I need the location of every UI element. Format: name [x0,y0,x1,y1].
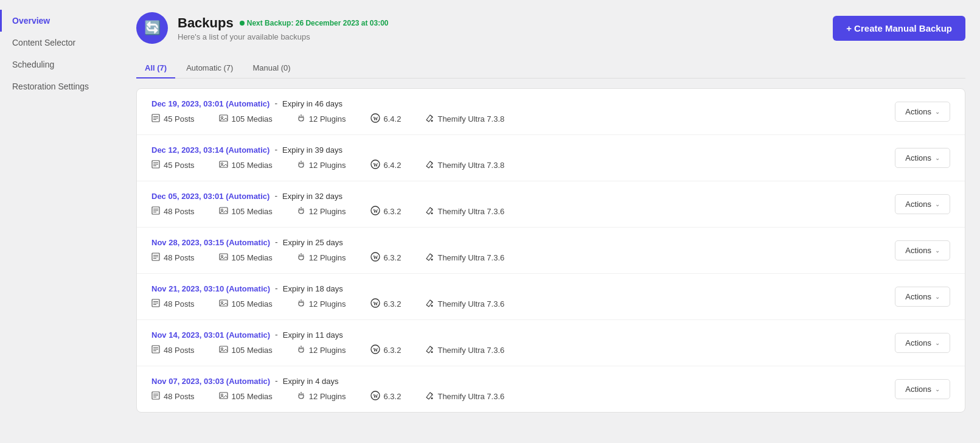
stat-wp-2: W 6.3.2 [370,206,401,217]
post-icon-6 [151,391,160,402]
backup-row: Nov 21, 2023, 03:10 (Automatic) - Expiry… [137,274,965,320]
svg-point-69 [431,397,433,399]
green-dot-icon [240,21,245,26]
backup-separator-3: - [275,237,278,247]
backup-date-5: Nov 14, 2023, 03:01 (Automatic) [151,330,270,340]
plugins-count-2: 12 Plugins [309,207,346,216]
theme-icon-2 [425,206,434,217]
page-title: Backups [178,15,234,31]
svg-point-55 [221,348,223,350]
tab-manual[interactable]: Manual (0) [244,58,299,78]
chevron-down-icon-3: ⌄ [935,247,940,254]
plugin-icon-0 [297,114,305,124]
backup-row: Nov 14, 2023, 03:01 (Automatic) - Expiry… [137,320,965,366]
actions-button-4[interactable]: Actions ⌄ [895,287,950,307]
theme-icon-3 [425,253,434,263]
backup-icon: 🔄 [144,20,161,36]
svg-text:W: W [373,162,378,168]
backup-row-content-1: Dec 12, 2023, 03:14 (Automatic) - Expiry… [151,145,880,171]
backup-stats-2: 48 Posts 105 Medias [151,206,880,217]
header-left: 🔄 Backups Next Backup: 26 December 2023 … [136,12,389,44]
wp-version-5: 6.3.2 [384,346,401,355]
backup-expiry-6: Expiry in 4 days [283,377,339,386]
backup-row: Nov 07, 2023, 03:03 (Automatic) - Expiry… [137,366,965,412]
backup-date-3: Nov 28, 2023, 03:15 (Automatic) [151,238,270,247]
wordpress-icon-2: W [370,206,380,217]
stat-theme-5: Themify Ultra 7.3.6 [425,345,504,355]
backup-date-2: Dec 05, 2023, 03:01 (Automatic) [151,192,269,201]
posts-count-1: 45 Posts [164,161,195,170]
stat-medias-2: 105 Medias [219,206,273,217]
actions-label-0: Actions [905,107,931,116]
wp-version-1: 6.4.2 [384,161,401,170]
chevron-down-icon-6: ⌄ [935,386,940,392]
backup-stats-4: 48 Posts 105 Medias [151,298,880,310]
header-title-container: Backups Next Backup: 26 December 2023 at… [178,15,389,31]
backup-stats-5: 48 Posts 105 Medias [151,344,880,356]
stat-plugins-1: 12 Plugins [297,160,346,170]
plugins-count-3: 12 Plugins [309,253,346,262]
header-info: Backups Next Backup: 26 December 2023 at… [178,15,389,41]
wp-version-2: 6.3.2 [384,207,401,216]
actions-button-0[interactable]: Actions ⌄ [895,102,950,122]
medias-count-0: 105 Medias [232,114,273,124]
tab-all[interactable]: All (7) [136,58,175,78]
actions-button-6[interactable]: Actions ⌄ [895,379,950,399]
wp-version-6: 6.3.2 [384,392,401,401]
wordpress-icon-4: W [370,298,380,310]
create-manual-backup-button[interactable]: + Create Manual Backup [833,16,965,41]
backup-expiry-0: Expiry in 46 days [282,99,342,108]
post-icon-0 [151,114,160,124]
medias-count-2: 105 Medias [232,207,273,216]
svg-point-49 [431,305,433,307]
posts-count-4: 48 Posts [164,299,195,309]
theme-name-5: Themify Ultra 7.3.6 [437,346,504,355]
header-subtitle: Here's a list of your available backups [178,32,389,41]
stat-posts-5: 48 Posts [151,345,195,355]
stat-medias-0: 105 Medias [219,114,273,124]
theme-icon-0 [425,114,434,124]
posts-count-0: 45 Posts [164,114,195,124]
posts-count-3: 48 Posts [164,253,195,262]
post-icon-5 [151,345,160,355]
media-icon-2 [219,206,228,217]
sidebar-item-content-selector[interactable]: Content Selector [0,32,122,54]
tab-automatic[interactable]: Automatic (7) [178,58,242,78]
actions-button-2[interactable]: Actions ⌄ [895,194,950,214]
backup-icon-circle: 🔄 [136,12,168,44]
stat-wp-3: W 6.3.2 [370,252,401,263]
media-icon-5 [219,345,228,355]
backup-separator-5: - [275,330,278,340]
actions-button-3[interactable]: Actions ⌄ [895,240,950,260]
backup-row-title-4: Nov 21, 2023, 03:10 (Automatic) - Expiry… [151,284,880,293]
sidebar: OverviewContent SelectorSchedulingRestor… [0,0,122,443]
stat-plugins-0: 12 Plugins [297,114,346,124]
actions-label-3: Actions [905,246,931,255]
actions-button-1[interactable]: Actions ⌄ [895,148,950,168]
backup-row-title-6: Nov 07, 2023, 03:03 (Automatic) - Expiry… [151,376,880,386]
svg-point-45 [221,302,223,304]
svg-point-25 [221,209,223,211]
tabs-bar: All (7)Automatic (7)Manual (0) [136,58,965,78]
chevron-down-icon-2: ⌄ [935,201,940,208]
sidebar-item-overview[interactable]: Overview [0,10,122,32]
svg-point-9 [431,120,433,122]
stat-medias-6: 105 Medias [219,391,273,402]
sidebar-item-restoration-settings[interactable]: Restoration Settings [0,75,122,97]
plugins-count-0: 12 Plugins [309,114,346,124]
actions-button-5[interactable]: Actions ⌄ [895,333,950,353]
backup-row-content-3: Nov 28, 2023, 03:15 (Automatic) - Expiry… [151,237,880,263]
stat-theme-0: Themify Ultra 7.3.8 [425,114,504,124]
stat-medias-4: 105 Medias [219,299,273,309]
backup-row: Dec 19, 2023, 03:01 (Automatic) - Expiry… [137,89,965,135]
posts-count-2: 48 Posts [164,207,195,216]
stat-theme-3: Themify Ultra 7.3.6 [425,253,504,263]
svg-point-39 [431,259,433,260]
theme-icon-6 [425,391,434,402]
plugin-icon-4 [297,299,305,309]
sidebar-item-scheduling[interactable]: Scheduling [0,54,122,75]
plugin-icon-2 [297,206,305,217]
svg-text:W: W [373,209,378,214]
actions-label-2: Actions [905,200,931,209]
post-icon-4 [151,299,160,309]
